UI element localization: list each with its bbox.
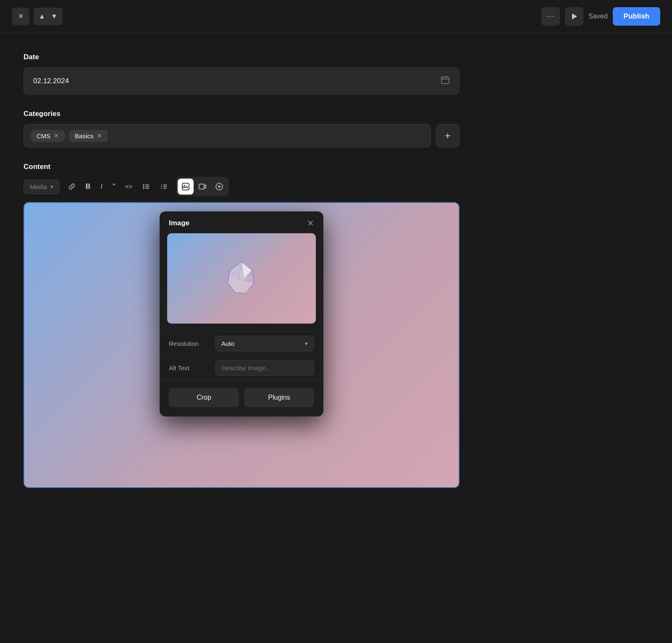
resolution-row: Resolution Auto ▾ (160, 331, 323, 356)
date-label: Date (24, 53, 459, 61)
add-category-button[interactable]: + (436, 124, 459, 148)
svg-marker-0 (572, 13, 577, 19)
bold-button[interactable]: B (81, 179, 95, 194)
topbar-right: ··· Saved Publish (541, 7, 660, 26)
resolution-value: Auto (221, 340, 234, 347)
svg-point-18 (184, 185, 185, 186)
list-icon (142, 183, 150, 190)
date-value: 02.12.2024 (33, 77, 69, 85)
quote-icon: " (113, 182, 115, 191)
image-modal: Image ✕ Resolution Auto (160, 211, 323, 416)
tag-basics-remove[interactable]: ✕ (97, 132, 102, 139)
svg-rect-19 (199, 184, 204, 189)
embed-media-button[interactable] (211, 179, 227, 195)
tag-basics: Basics ✕ (69, 130, 108, 142)
editor-toolbar: Media ▾ B I " <> (24, 177, 459, 196)
media-label: Media (30, 183, 47, 190)
content-label: Content (24, 163, 459, 171)
svg-rect-1 (441, 77, 449, 84)
video-icon (198, 182, 207, 191)
date-section: Date 02.12.2024 (24, 53, 459, 95)
preview-button[interactable] (565, 7, 583, 26)
up-icon: ▲ (39, 13, 45, 20)
editor-area[interactable]: Image ✕ Resolution Auto (24, 202, 459, 488)
media-chevron-icon: ▾ (50, 184, 53, 190)
crop-button[interactable]: Crop (169, 388, 239, 407)
media-toolbar-group (176, 177, 229, 196)
link-button[interactable] (64, 179, 80, 194)
play-icon (570, 13, 578, 20)
italic-icon: I (100, 183, 102, 190)
categories-section: Categories CMS ✕ Basics ✕ + (24, 110, 459, 148)
bold-icon: B (86, 183, 91, 190)
video-media-button[interactable] (194, 179, 210, 195)
topbar: ✕ ▲ | ▼ ··· Saved Publish (0, 0, 672, 33)
more-icon: ··· (546, 12, 555, 21)
date-field[interactable]: 02.12.2024 (24, 67, 459, 95)
saved-status: Saved (588, 13, 607, 20)
code-button[interactable]: <> (121, 180, 136, 193)
publish-button[interactable]: Publish (613, 7, 660, 26)
divider-icon: | (47, 11, 49, 21)
content-section: Content Media ▾ B I " <> (24, 163, 459, 488)
tag-cms-label: CMS (37, 132, 50, 140)
down-icon: ▼ (51, 13, 58, 20)
svg-point-8 (143, 184, 144, 186)
close-button[interactable]: ✕ (12, 8, 29, 25)
alt-text-row: Alt Text (160, 356, 323, 380)
plugins-button[interactable]: Plugins (244, 388, 314, 407)
svg-rect-17 (182, 183, 189, 190)
image-media-button[interactable] (178, 179, 194, 195)
alt-text-input[interactable] (215, 360, 314, 376)
image-preview (167, 233, 316, 324)
history-controls[interactable]: ▲ | ▼ (34, 8, 63, 25)
quote-button[interactable]: " (108, 179, 119, 195)
alt-text-label: Alt Text (169, 364, 207, 372)
tag-cms-remove[interactable]: ✕ (54, 132, 59, 139)
resolution-label: Resolution (169, 340, 207, 347)
calendar-icon (441, 75, 450, 87)
code-icon: <> (125, 183, 132, 190)
embed-icon (215, 182, 223, 191)
link-icon (68, 183, 76, 190)
chevron-down-icon: ▾ (305, 340, 308, 347)
tag-basics-label: Basics (75, 132, 93, 140)
modal-close-button[interactable]: ✕ (307, 219, 314, 227)
tag-cms: CMS ✕ (31, 130, 65, 142)
unordered-list-button[interactable] (138, 179, 154, 194)
close-icon: ✕ (18, 12, 24, 20)
categories-label: Categories (24, 110, 459, 118)
italic-button[interactable]: I (96, 179, 106, 194)
crystal-graphic (223, 260, 260, 298)
main-content: Date 02.12.2024 Categories CMS ✕ (0, 33, 483, 508)
categories-row: CMS ✕ Basics ✕ + (24, 124, 459, 148)
plus-icon: + (445, 130, 451, 142)
topbar-left: ✕ ▲ | ▼ (12, 8, 63, 25)
ordered-list-button[interactable]: 1. 2. 3. (156, 179, 172, 194)
modal-actions: Crop Plugins (160, 380, 323, 416)
modal-title: Image (169, 219, 189, 227)
tags-container[interactable]: CMS ✕ Basics ✕ (24, 124, 431, 148)
svg-point-9 (143, 186, 144, 187)
svg-point-10 (143, 188, 144, 189)
media-dropdown[interactable]: Media ▾ (24, 179, 60, 194)
modal-header: Image ✕ (160, 211, 323, 233)
ordered-list-icon: 1. 2. 3. (160, 183, 168, 190)
more-options-button[interactable]: ··· (541, 7, 560, 26)
resolution-dropdown[interactable]: Auto ▾ (215, 336, 314, 351)
image-icon (181, 182, 190, 191)
svg-text:3.: 3. (161, 187, 163, 190)
